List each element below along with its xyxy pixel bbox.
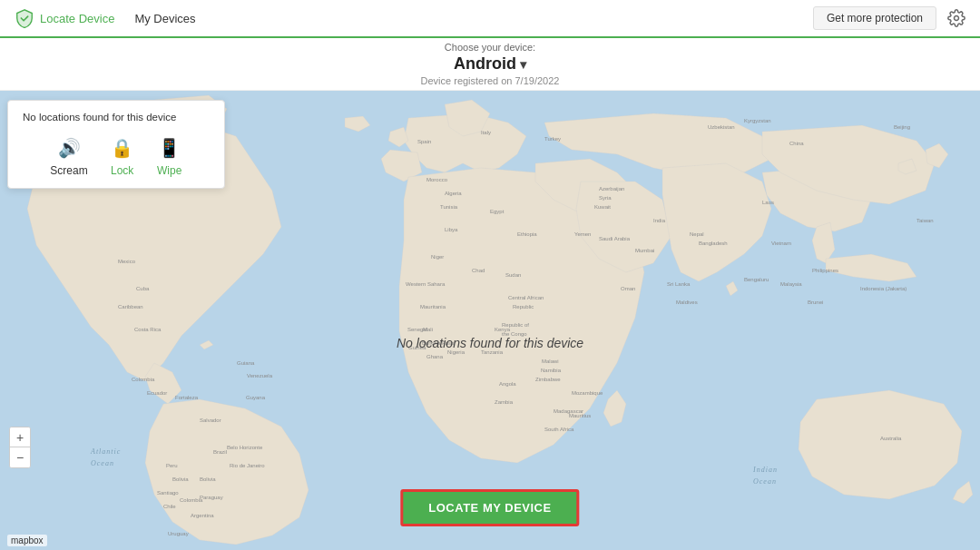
belohorizonte-label: Belo Horizonte xyxy=(227,445,263,450)
kyrgyzstan-label: Kyrgyzstan xyxy=(744,118,771,123)
algeria-label: Algeria xyxy=(445,191,462,196)
uruguay-label: Uruguay xyxy=(168,531,189,536)
indonesia-label: Indonesia (Jakarta) xyxy=(860,286,906,291)
map-no-location-message: No locations found for this device xyxy=(397,336,583,350)
atlantic-ocean-label2: Ocean xyxy=(91,459,114,467)
choose-device-label: Choose your device: xyxy=(445,42,535,53)
saudiarabia-label: Saudi Arabia xyxy=(599,236,631,241)
no-location-text: No locations found for this device xyxy=(23,112,210,123)
locate-my-device-button[interactable]: LOCATE MY DEVICE xyxy=(400,489,579,526)
spain-label: Spain xyxy=(417,139,431,144)
peru-label: Peru xyxy=(166,463,178,468)
get-protection-button[interactable]: Get more protection xyxy=(813,6,936,30)
laos-label: Laos xyxy=(762,200,774,205)
guyana-label: Guyana xyxy=(246,395,266,400)
chevron-down-icon[interactable]: ▾ xyxy=(520,57,526,72)
riodejaneiro-label: Rio de Janeiro xyxy=(230,463,265,468)
kuwait-label: Kuwait xyxy=(594,204,611,210)
vietnam-label: Vietnam xyxy=(771,241,791,246)
china-label: China xyxy=(789,141,804,146)
wipe-icon: 📱 xyxy=(157,135,182,161)
mauritania-label: Mauritania xyxy=(420,304,446,309)
app-header: Locate Device My Devices Get more protec… xyxy=(0,0,980,38)
mauritius-label: Mauritius xyxy=(569,413,591,418)
srilanka-label: Sri Lanka xyxy=(667,281,691,287)
wipe-button[interactable]: 📱 Wipe xyxy=(157,135,182,177)
centralafr-label: Central African xyxy=(508,295,544,300)
chile-label: Chile xyxy=(163,504,176,509)
control-panel: No locations found for this device 🔊 Scr… xyxy=(7,100,225,189)
mexico-label: Mexico xyxy=(118,259,136,264)
republic-label: Republic xyxy=(513,304,534,309)
avast-shield-icon xyxy=(15,8,34,28)
logo-area: Locate Device My Devices xyxy=(15,8,196,28)
western-sahara-label: Western Sahara xyxy=(406,281,446,287)
fortaleza-label: Fortaleza xyxy=(175,395,199,400)
southafrica-label: South Africa xyxy=(544,427,574,432)
namibia-label: Namibia xyxy=(541,368,562,373)
lock-button[interactable]: 🔒 Lock xyxy=(110,135,135,177)
bangladesh-label: Bangladesh xyxy=(699,241,728,246)
scream-label: Scream xyxy=(50,164,87,177)
paraguay-label: Paraguay xyxy=(200,495,223,500)
guiana-label: Guiana xyxy=(237,360,255,366)
ecuador-label: Ecuador xyxy=(147,390,167,396)
mumbai-label: Mumbai xyxy=(635,248,654,253)
scream-icon: 🔊 xyxy=(56,135,82,161)
caribdel-label: Caribbean xyxy=(118,304,143,309)
argentina-label: Argentina xyxy=(191,513,214,518)
santiago-label: Santiago xyxy=(157,490,179,496)
azerbaijan-label: Azerbaijan xyxy=(599,186,624,192)
ghana-label: Ghana xyxy=(426,354,444,359)
bolivia-label: Bolivia xyxy=(200,476,216,482)
device-name-row[interactable]: Android ▾ xyxy=(454,54,526,74)
scream-button[interactable]: 🔊 Scream xyxy=(50,135,87,177)
nepal-label: Nepal xyxy=(690,231,704,237)
locate-button-area: LOCATE MY DEVICE xyxy=(400,489,579,526)
taiwan-label: Taiwan xyxy=(916,218,934,223)
costarica-label: Costa Rica xyxy=(134,327,162,332)
turkey-label: Turkey xyxy=(544,136,561,142)
zoom-out-button[interactable]: − xyxy=(10,447,30,467)
zimbabwe-label: Zimbabwe xyxy=(535,377,561,382)
senegal-label: Senegal xyxy=(407,327,427,332)
australia-label: Australia xyxy=(880,436,902,441)
mozambique-label: Mozambique xyxy=(572,390,603,396)
cuba-label: Cuba xyxy=(136,286,150,291)
beijing-label: Beijing xyxy=(894,124,910,130)
india-label: India xyxy=(653,218,666,223)
libya-label: Libya xyxy=(445,227,458,232)
oman-label: Oman xyxy=(621,286,635,291)
venezuela-label: Venezuela xyxy=(247,373,273,378)
gear-icon[interactable] xyxy=(947,9,965,27)
atlantic-ocean-label: Atlantic xyxy=(90,447,121,456)
egypt-label: Egypt xyxy=(490,209,505,214)
indian-ocean-label2: Ocean xyxy=(753,477,777,486)
syria-label: Syria xyxy=(599,195,612,201)
salvador-label: Salvador xyxy=(200,417,221,423)
tunisia-label: Tunisia xyxy=(440,204,458,210)
lock-label: Lock xyxy=(111,164,133,177)
my-devices-link[interactable]: My Devices xyxy=(134,12,195,25)
lock-icon: 🔒 xyxy=(110,135,135,161)
locate-device-link[interactable]: Locate Device xyxy=(40,12,114,25)
header-right-area: Get more protection xyxy=(813,6,965,30)
chad-label: Chad xyxy=(472,268,485,273)
congo-label: Republic of xyxy=(502,322,529,328)
morocco-label: Morocco xyxy=(426,177,448,182)
device-name: Android xyxy=(454,54,516,74)
maldives-label: Maldives xyxy=(676,300,698,305)
zoom-controls: + − xyxy=(9,427,31,468)
device-bar: Choose your device: Android ▾ Device reg… xyxy=(0,38,980,91)
bolivia2-label: Bolivia xyxy=(172,476,189,482)
italy-label: Italy xyxy=(481,130,491,135)
zoom-in-button[interactable]: + xyxy=(10,427,30,447)
yemen-label: Yemen xyxy=(574,231,591,237)
device-registered-label: Device registered on 7/19/2022 xyxy=(421,75,560,86)
philippines-label: Philippines xyxy=(812,268,838,273)
wipe-label: Wipe xyxy=(157,164,181,177)
svg-point-0 xyxy=(955,16,959,21)
angola-label: Angola xyxy=(499,381,516,387)
colombia-label: Colombia xyxy=(180,497,203,503)
indian-ocean-label: Indian xyxy=(752,466,778,474)
